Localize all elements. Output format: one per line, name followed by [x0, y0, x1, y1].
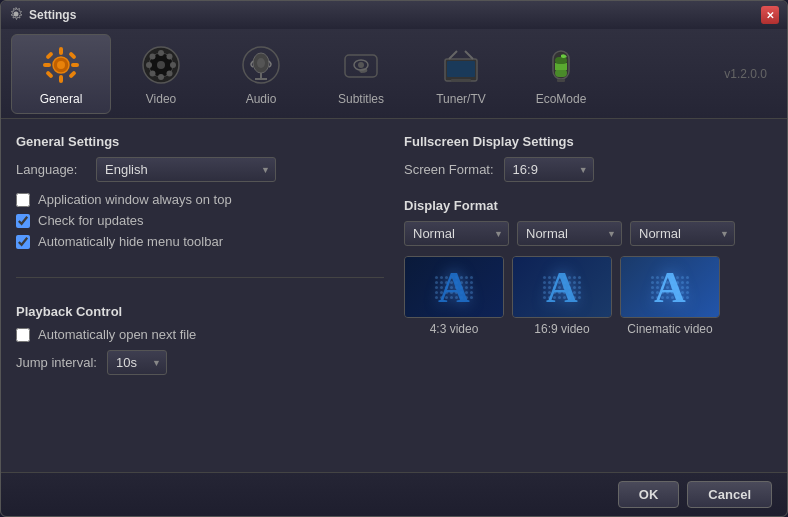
ok-button[interactable]: OK — [618, 481, 680, 508]
preview-169-label: 16:9 video — [534, 322, 589, 336]
language-select[interactable]: English French German Spanish — [96, 157, 276, 182]
always-on-top-label: Application window always on top — [38, 192, 232, 207]
right-panel: Fullscreen Display Settings Screen Forma… — [404, 134, 772, 457]
tuner-icon — [438, 42, 484, 88]
general-settings-section: General Settings Language: English Frenc… — [16, 134, 384, 255]
tab-general[interactable]: General — [11, 34, 111, 114]
svg-rect-5 — [43, 63, 51, 67]
svg-point-26 — [257, 58, 265, 68]
version-label: v1.2.0.0 — [724, 67, 777, 81]
preview-43-label: 4:3 video — [430, 322, 479, 336]
always-on-top-checkbox[interactable] — [16, 193, 30, 207]
display-dropdown-1[interactable]: Normal Stretch Fit Crop — [404, 221, 509, 246]
svg-rect-3 — [59, 47, 63, 55]
playback-title: Playback Control — [16, 304, 384, 319]
tab-tuner[interactable]: Tuner/TV — [411, 34, 511, 114]
svg-rect-8 — [68, 70, 76, 78]
video-previews: A 4:3 video — [404, 256, 772, 336]
preview-cinematic-label: Cinematic video — [627, 322, 712, 336]
svg-point-13 — [157, 61, 165, 69]
audio-icon — [238, 42, 284, 88]
svg-point-0 — [14, 11, 19, 16]
playback-section: Playback Control Automatically open next… — [16, 304, 384, 379]
preview-169[interactable]: A 16:9 video — [512, 256, 612, 336]
preview-cinematic[interactable]: A Cinematic video — [620, 256, 720, 336]
close-button[interactable]: ✕ — [761, 6, 779, 24]
preview-cinematic-thumb: A — [620, 256, 720, 318]
always-on-top-row: Application window always on top — [16, 192, 384, 207]
fullscreen-settings-section: Fullscreen Display Settings Screen Forma… — [404, 134, 772, 182]
svg-point-21 — [150, 70, 156, 76]
tab-ecomode-label: EcoMode — [536, 92, 587, 106]
video-icon — [138, 42, 184, 88]
svg-rect-6 — [71, 63, 79, 67]
check-updates-row: Check for updates — [16, 213, 384, 228]
tab-audio[interactable]: Audio — [211, 34, 311, 114]
display-dropdown-3-wrapper: Normal Stretch Fit Crop — [630, 221, 735, 246]
svg-point-14 — [158, 50, 164, 56]
gear-icon — [38, 42, 84, 88]
jump-interval-select[interactable]: 5s 10s 15s 30s 60s — [107, 350, 167, 375]
display-dropdown-2[interactable]: Normal Stretch Fit Crop — [517, 221, 622, 246]
display-format-title: Display Format — [404, 198, 772, 213]
svg-rect-37 — [555, 63, 567, 70]
svg-point-20 — [167, 53, 173, 59]
language-select-wrapper: English French German Spanish — [96, 157, 276, 182]
tab-general-label: General — [40, 92, 83, 106]
check-updates-checkbox[interactable] — [16, 214, 30, 228]
svg-rect-31 — [447, 61, 475, 77]
tab-audio-label: Audio — [246, 92, 277, 106]
auto-next-file-checkbox[interactable] — [16, 328, 30, 342]
display-dropdown-3[interactable]: Normal Stretch Fit Crop — [630, 221, 735, 246]
separator — [16, 277, 384, 278]
display-format-section: Display Format Normal Stretch Fit Crop N… — [404, 198, 772, 336]
check-updates-label: Check for updates — [38, 213, 144, 228]
jump-interval-row: Jump interval: 5s 10s 15s 30s 60s — [16, 350, 384, 375]
svg-point-19 — [167, 70, 173, 76]
tab-subtitles[interactable]: Subtitles — [311, 34, 411, 114]
svg-rect-9 — [45, 70, 53, 78]
fullscreen-settings-title: Fullscreen Display Settings — [404, 134, 772, 149]
eco-icon — [538, 42, 584, 88]
language-row: Language: English French German Spanish — [16, 157, 384, 182]
svg-rect-34 — [451, 79, 471, 82]
svg-rect-39 — [557, 79, 565, 82]
svg-line-33 — [465, 51, 473, 59]
tab-ecomode[interactable]: EcoMode — [511, 34, 611, 114]
hide-toolbar-row: Automatically hide menu toolbar — [16, 234, 384, 249]
screen-format-label: Screen Format: — [404, 162, 494, 177]
svg-point-17 — [170, 62, 176, 68]
subtitles-icon — [338, 42, 384, 88]
svg-point-18 — [150, 53, 156, 59]
svg-rect-4 — [59, 75, 63, 83]
tab-subtitles-label: Subtitles — [338, 92, 384, 106]
content-area: General Settings Language: English Frenc… — [1, 119, 787, 472]
screen-format-select[interactable]: 4:3 16:9 16:10 21:9 — [504, 157, 594, 182]
svg-rect-36 — [555, 69, 567, 77]
jump-interval-select-wrapper: 5s 10s 15s 30s 60s — [107, 350, 167, 375]
svg-line-32 — [449, 51, 457, 59]
display-dropdown-1-wrapper: Normal Stretch Fit Crop — [404, 221, 509, 246]
left-panel: General Settings Language: English Frenc… — [16, 134, 384, 457]
svg-rect-7 — [45, 51, 53, 59]
hide-toolbar-label: Automatically hide menu toolbar — [38, 234, 223, 249]
language-label: Language: — [16, 162, 86, 177]
title-bar: Settings ✕ — [1, 1, 787, 29]
preview-169-thumb: A — [512, 256, 612, 318]
preview-43-thumb: A — [404, 256, 504, 318]
tab-video[interactable]: Video — [111, 34, 211, 114]
svg-point-15 — [158, 74, 164, 80]
cancel-button[interactable]: Cancel — [687, 481, 772, 508]
footer: OK Cancel — [1, 472, 787, 516]
svg-point-28 — [358, 62, 364, 68]
tab-tuner-label: Tuner/TV — [436, 92, 486, 106]
auto-next-file-row: Automatically open next file — [16, 327, 384, 342]
svg-point-2 — [57, 61, 65, 69]
svg-point-16 — [146, 62, 152, 68]
hide-toolbar-checkbox[interactable] — [16, 235, 30, 249]
preview-43[interactable]: A 4:3 video — [404, 256, 504, 336]
settings-window: Settings ✕ — [0, 0, 788, 517]
auto-next-file-label: Automatically open next file — [38, 327, 196, 342]
screen-format-select-wrapper: 4:3 16:9 16:10 21:9 — [504, 157, 594, 182]
tab-video-label: Video — [146, 92, 176, 106]
